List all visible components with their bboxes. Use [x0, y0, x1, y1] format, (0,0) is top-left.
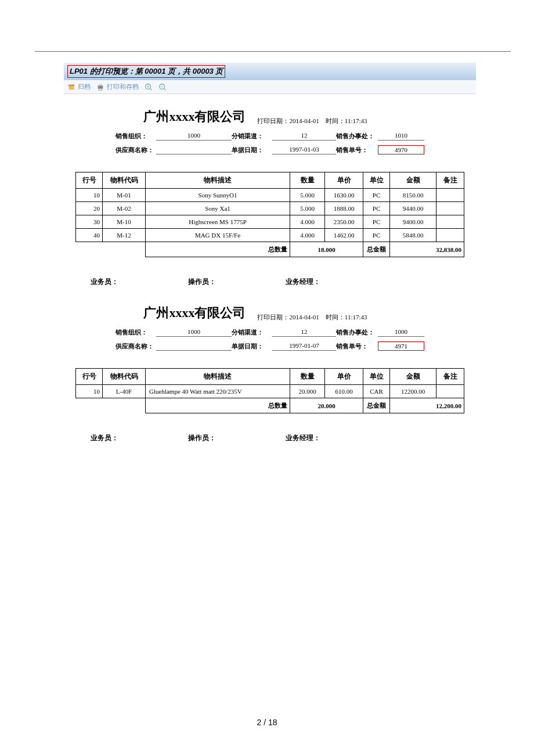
print-meta: 打印日期：2014-04-01 时间：11:17:43 [257, 117, 367, 125]
document-area: 广州xxxx有限公司 打印日期：2014-04-01 时间：11:17:43 销… [64, 94, 476, 443]
office-value: 1000 [378, 327, 424, 337]
table-row: 40M-12MAG DX 15F/Fe4.0001462.00PC5848.00 [76, 229, 464, 242]
table-row: 30M-10Highscreen MS 1775P4.0002350.00PC9… [76, 215, 464, 229]
items-table: 行号 物料代码 物料描述 数量 单价 单位 金额 备注 10M-01Sony S… [75, 172, 464, 257]
title-total: 00003 [193, 67, 214, 75]
supplier-value [156, 145, 232, 154]
header-fields: 销售组织： 1000 分销渠道： 12 销售办事处： 1010 供应商名称： 单… [75, 131, 464, 154]
header-fields: 销售组织： 1000 分销渠道： 12 销售办事处： 1000 供应商名称： 单… [75, 327, 464, 351]
company-name: 广州xxxx有限公司 [143, 304, 246, 322]
table-row: 10M-01Sony SunnyO15.0001630.00PC8150.00 [76, 189, 464, 202]
signatures: 业务员： 操作员： 业务经理： [75, 277, 464, 287]
svg-line-6 [150, 88, 152, 90]
zoom-out-icon [158, 83, 167, 91]
zoom-out-button[interactable] [158, 83, 167, 91]
window-titlebar: LP01 的打印预览：第 00001 页，共 00003 页 [64, 63, 476, 80]
items-table: 行号 物料代码 物料描述 数量 单价 单位 金额 备注 10L-40FGlueh… [75, 368, 464, 413]
doc-date-value: 1997-01-03 [272, 145, 336, 154]
zoom-in-button[interactable] [145, 83, 153, 91]
title-page: 00001 [145, 67, 165, 75]
total-row: 总数量 20.000 总金额 12,200.00 [76, 398, 464, 413]
top-divider [35, 51, 511, 52]
supplier-value [156, 341, 232, 351]
svg-line-10 [164, 88, 166, 90]
table-row: 10L-40FGluehlampe 40 Watt matt 220/235V2… [76, 385, 464, 398]
svg-rect-2 [98, 85, 103, 88]
svg-rect-4 [99, 88, 102, 90]
company-name: 广州xxxx有限公司 [143, 108, 246, 125]
sales-org-value: 1000 [156, 327, 232, 337]
sales-no-value: 4971 [378, 341, 424, 351]
svg-rect-3 [99, 84, 102, 85]
svg-rect-1 [69, 86, 74, 89]
sales-no-value: 4970 [378, 145, 424, 154]
office-value: 1010 [378, 131, 424, 141]
order-block: 广州xxxx有限公司 打印日期：2014-04-01 时间：11:17:43 销… [75, 108, 464, 287]
channel-value: 12 [272, 327, 336, 337]
archive-icon [67, 83, 75, 91]
title-prefix: LP01 [70, 67, 88, 75]
printer-icon [96, 83, 104, 91]
toolbar: 归档 打印和存档 [64, 80, 476, 94]
zoom-in-icon [145, 83, 153, 91]
doc-date-value: 1997-01-07 [272, 341, 336, 351]
table-row: 20M-02Sony Xa15.0001888.00PC9440.00 [76, 202, 464, 215]
sales-org-value: 1000 [156, 131, 232, 141]
archive-button[interactable]: 归档 [67, 82, 91, 91]
svg-rect-0 [68, 84, 75, 86]
print-preview-window: LP01 的打印预览：第 00001 页，共 00003 页 归档 打印和存档 … [64, 63, 476, 460]
order-block: 广州xxxx有限公司 打印日期：2014-04-01 时间：11:17:43 销… [75, 304, 464, 443]
print-meta: 打印日期：2014-04-01 时间：11:17:43 [257, 313, 367, 322]
print-save-button[interactable]: 打印和存档 [96, 82, 139, 91]
signatures: 业务员： 操作员： 业务经理： [75, 433, 464, 443]
channel-value: 12 [272, 131, 336, 141]
page-footer: 2 / 18 [0, 718, 534, 727]
total-row: 总数量 18.000 总金额 32,838.00 [76, 242, 464, 257]
